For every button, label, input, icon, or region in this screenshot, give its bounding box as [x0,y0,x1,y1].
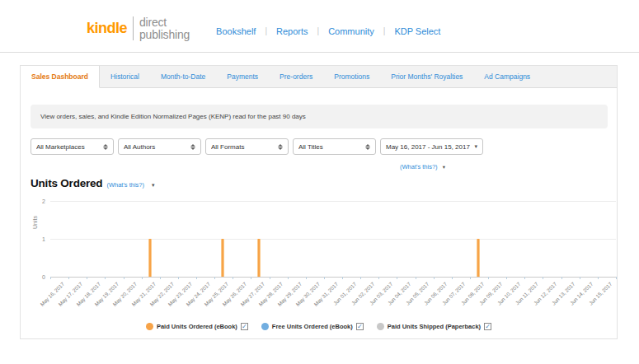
filter-select-all-authors[interactable]: All Authors [118,138,201,155]
tab-historical[interactable]: Historical [100,66,150,87]
date-range-value: May 16, 2017 - Jun 15, 2017 [386,143,471,151]
site-header: kindle direct publishing Bookshelf|Repor… [0,0,639,52]
filter-select-value: All Marketplaces [36,143,103,151]
tab-ad-campaigns[interactable]: Ad Campaigns [473,66,541,87]
filter-select-all-marketplaces[interactable]: All Marketplaces [31,138,114,155]
legend-checkbox[interactable]: ✓ [356,323,364,330]
tab-promotions[interactable]: Promotions [323,66,380,87]
y-tick-label-0: 0 [22,274,45,280]
tab-pre-orders[interactable]: Pre-orders [269,66,323,87]
gridline-y0 [50,277,616,278]
filter-select-value: All Formats [211,143,278,151]
legend-dot-icon [377,323,384,330]
chevron-down-icon: ▾ [474,143,477,150]
filter-row: All MarketplacesAll AuthorsAll FormatsAl… [31,138,608,155]
legend-label: Paid Units Shipped (Paperback) [388,323,481,330]
nav-separator: | [265,26,267,35]
tab-prior-months-royalties[interactable]: Prior Months' Royalties [380,66,473,87]
legend-item-free-units-ordered-ebook-: Free Units Ordered (eBook)✓ [261,323,364,330]
legend-dot-icon [261,323,269,330]
plot-area: 012 [50,201,616,277]
legend-item-paid-units-shipped-paperback-: Paid Units Shipped (Paperback)✓ [377,323,491,330]
chevron-down-icon: ▾ [443,164,445,170]
legend-checkbox[interactable]: ✓ [484,323,491,330]
y-axis-title: Units [32,216,38,229]
bar-may-27-2017 [257,239,261,277]
filter-select-all-titles[interactable]: All Titles [293,138,376,155]
top-nav: Bookshelf|Reports|Community|KDP Select [216,26,440,36]
gridline-y2 [50,201,616,202]
x-axis-labels: May 16, 2017May 17, 2017May 18, 2017May … [50,279,616,320]
select-updown-icon [103,144,108,150]
filter-select-value: All Authors [124,143,190,151]
legend-dot-icon [146,323,153,330]
nav-link-kdp-select[interactable]: KDP Select [394,26,440,36]
x-tick [616,277,617,279]
date-range-select[interactable]: May 16, 2017 - Jun 15, 2017▾ [380,138,483,155]
legend-checkbox[interactable]: ✓ [241,323,248,330]
logo-divider [133,16,134,40]
nav-link-bookshelf[interactable]: Bookshelf [216,26,256,36]
reports-tabbar: Sales DashboardHistoricalMonth-to-DatePa… [21,66,617,88]
bar-may-21-2017 [148,239,152,277]
chart-legend: Paid Units Ordered (eBook)✓Free Units Or… [21,323,617,330]
tab-sales-dashboard[interactable]: Sales Dashboard [21,66,100,88]
select-updown-icon [190,144,195,150]
nav-separator: | [317,26,320,35]
legend-item-paid-units-ordered-ebook-: Paid Units Ordered (eBook)✓ [146,323,248,330]
kdp-logo[interactable]: kindle direct publishing [87,16,190,40]
header-divider [0,52,639,53]
units-whats-this-link[interactable]: (What's this?) [106,181,144,189]
kenp-notice: View orders, sales, and Kindle Edition N… [31,105,608,128]
filter-select-all-formats[interactable]: All Formats [205,138,289,155]
kindle-logo-text: kindle [87,20,127,37]
chevron-down-icon: ▾ [152,182,155,189]
logo-direct-publishing: direct publishing [139,16,190,40]
tab-payments[interactable]: Payments [216,66,269,87]
units-ordered-chart: Units 012 May 16, 2017May 17, 2017May 18… [21,196,617,321]
y-tick-label-2: 2 [22,198,45,204]
bar-jun-08-2017 [477,239,480,277]
nav-link-community[interactable]: Community [328,26,374,36]
page-title: Units Ordered [31,177,102,189]
legend-label: Paid Units Ordered (eBook) [157,323,237,330]
select-updown-icon [278,144,283,150]
date-whats-this-link[interactable]: (What's this?) ▾ [400,163,445,170]
gridline-y1 [50,239,616,240]
legend-label: Free Units Ordered (eBook) [272,323,353,330]
section-header: Units Ordered (What's this?) ▾ [31,177,617,189]
select-updown-icon [365,144,370,150]
nav-separator: | [383,26,386,35]
reports-panel: Sales DashboardHistoricalMonth-to-DatePa… [20,65,618,339]
date-whats-this-row: (What's this?) ▾ [31,157,608,172]
tab-month-to-date[interactable]: Month-to-Date [150,66,216,87]
filter-select-value: All Titles [298,143,365,151]
bar-may-25-2017 [221,239,224,277]
y-tick-label-1: 1 [22,236,45,242]
nav-link-reports[interactable]: Reports [276,26,308,36]
